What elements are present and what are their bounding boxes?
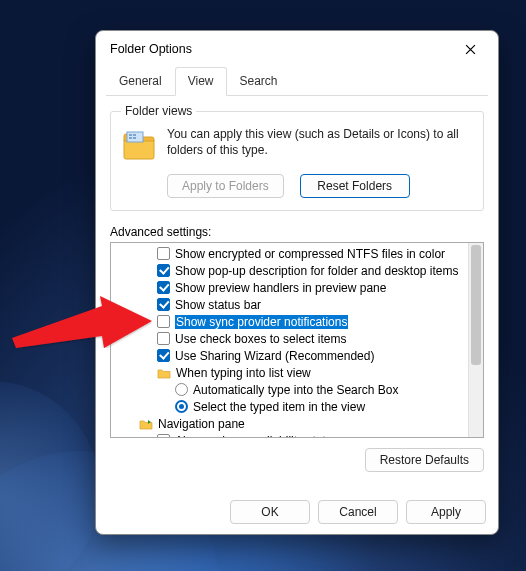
advanced-settings-label: Advanced settings: (110, 225, 484, 239)
reset-folders-button[interactable]: Reset Folders (300, 174, 410, 198)
tree-item[interactable]: Navigation pane (117, 415, 483, 432)
tree-item[interactable]: Show status bar (117, 296, 483, 313)
scrollbar-thumb[interactable] (471, 245, 481, 365)
tab-general[interactable]: General (106, 67, 175, 96)
tree-item[interactable]: Show preview handlers in preview pane (117, 279, 483, 296)
tree-item-label: Show status bar (175, 298, 261, 312)
svg-rect-5 (133, 137, 136, 139)
checkbox[interactable] (157, 434, 170, 438)
tab-strip: General View Search (106, 67, 488, 96)
ok-button[interactable]: OK (230, 500, 310, 524)
tree-item-label: Show encrypted or compressed NTFS files … (175, 247, 445, 261)
checkbox[interactable] (157, 298, 170, 311)
svg-rect-4 (129, 137, 132, 139)
advanced-settings-tree[interactable]: Show encrypted or compressed NTFS files … (110, 242, 484, 438)
tree-item-label: Use Sharing Wizard (Recommended) (175, 349, 374, 363)
folder-views-group: Folder views You can apply this view (su… (110, 104, 484, 211)
tab-content: Folder views You can apply this view (su… (96, 96, 498, 492)
tree-item[interactable]: Show encrypted or compressed NTFS files … (117, 245, 483, 262)
tab-search[interactable]: Search (227, 67, 291, 96)
tree-item-label: Always show availability status (175, 434, 338, 439)
apply-to-folders-button[interactable]: Apply to Folders (167, 174, 284, 198)
cancel-button[interactable]: Cancel (318, 500, 398, 524)
checkbox[interactable] (157, 264, 170, 277)
tree-item[interactable]: Always show availability status (117, 432, 483, 438)
checkbox[interactable] (157, 247, 170, 260)
window-title: Folder Options (110, 42, 452, 56)
folder-icon (121, 128, 157, 164)
tree-item-label: Use check boxes to select items (175, 332, 346, 346)
svg-rect-2 (129, 134, 132, 136)
tree-item-label: Automatically type into the Search Box (193, 383, 398, 397)
tab-view[interactable]: View (175, 67, 227, 96)
scrollbar-track[interactable] (468, 243, 483, 437)
tree-item[interactable]: Use check boxes to select items (117, 330, 483, 347)
folder-options-dialog: Folder Options General View Search Folde… (95, 30, 499, 535)
checkbox[interactable] (157, 281, 170, 294)
tree-item[interactable]: Automatically type into the Search Box (117, 381, 483, 398)
tree-item[interactable]: Show sync provider notifications (117, 313, 483, 330)
dialog-footer: OK Cancel Apply (96, 492, 498, 534)
tree-item-label: Select the typed item in the view (193, 400, 365, 414)
checkbox[interactable] (157, 332, 170, 345)
folder-views-legend: Folder views (121, 104, 196, 118)
close-button[interactable] (452, 34, 488, 64)
tree-item-label: Show pop-up description for folder and d… (175, 264, 459, 278)
tree-item-label: When typing into list view (176, 366, 311, 380)
tree-item[interactable]: Select the typed item in the view (117, 398, 483, 415)
title-bar: Folder Options (96, 31, 498, 67)
apply-button[interactable]: Apply (406, 500, 486, 524)
tree-item-label: Show preview handlers in preview pane (175, 281, 386, 295)
tree-item[interactable]: Show pop-up description for folder and d… (117, 262, 483, 279)
svg-rect-3 (133, 134, 136, 136)
tree-item-label: Show sync provider notifications (175, 315, 348, 329)
close-icon (465, 44, 476, 55)
tree-item[interactable]: Use Sharing Wizard (Recommended) (117, 347, 483, 364)
restore-defaults-button[interactable]: Restore Defaults (365, 448, 484, 472)
radio[interactable] (175, 400, 188, 413)
folder-views-description: You can apply this view (such as Details… (167, 126, 473, 164)
radio[interactable] (175, 383, 188, 396)
checkbox[interactable] (157, 315, 170, 328)
tree-item-label: Navigation pane (158, 417, 245, 431)
tree-item[interactable]: When typing into list view (117, 364, 483, 381)
checkbox[interactable] (157, 349, 170, 362)
